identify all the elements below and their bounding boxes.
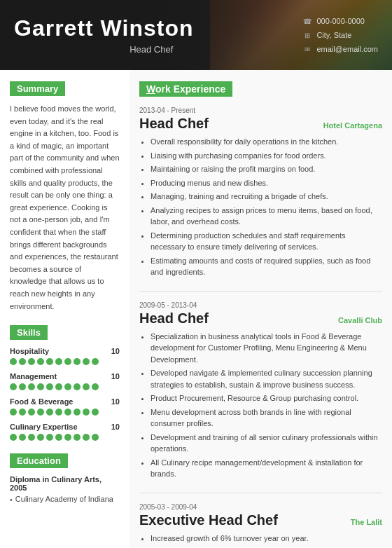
work-entries: 2013-04 - PresentHead ChefHotel Cartagen… (139, 107, 382, 548)
skills-section: Skills Hospitality10Management10Food & B… (10, 325, 120, 441)
contact-phone: ☎ 000-000-0000 (302, 16, 378, 26)
contact-location: ⊞ City, State (302, 30, 378, 40)
header: Garrett Winston Head Chef ☎ 000-000-0000… (0, 0, 392, 70)
work-entry: 2009-05 - 2013-04Head ChefCavalli ClubSp… (139, 301, 382, 480)
work-bullet-item: Overall responsibility for daily operati… (150, 136, 382, 148)
work-company: Hotel Cartagena (323, 121, 382, 130)
skill-dot (64, 358, 71, 365)
skill-dot (55, 358, 62, 365)
skill-header: Hospitality10 (10, 347, 120, 355)
email-value: email@email.com (316, 45, 378, 53)
skill-dot (10, 358, 17, 365)
work-bullet-item: Maintaining or raising the profit margin… (150, 163, 382, 175)
education-section: Education Diploma in Culinary Arts, 2005… (10, 453, 120, 504)
skill-dot (28, 409, 35, 416)
work-entry: 2013-04 - PresentHead ChefHotel Cartagen… (139, 107, 382, 278)
skill-name: Hospitality (10, 347, 49, 355)
right-column: Work Experience 2013-04 - PresentHead Ch… (130, 70, 392, 548)
skill-dot (46, 383, 53, 390)
skill-name: Management (10, 372, 57, 381)
skill-dot (37, 434, 44, 441)
work-title-row: Head ChefHotel Cartagena (139, 116, 382, 132)
skill-score: 10 (111, 372, 120, 381)
work-bullet-item: Developed navigate & implemented culinar… (150, 367, 382, 390)
summary-text: I believe food moves the world, even tod… (10, 103, 120, 313)
work-divider (139, 291, 382, 292)
skill-dot (92, 383, 99, 390)
skill-dot (19, 383, 26, 390)
work-w: W (146, 83, 155, 95)
skill-dots (10, 383, 120, 390)
skill-score: 10 (111, 347, 120, 355)
work-bullets: Overall responsibility for daily operati… (139, 136, 382, 278)
skill-header: Food & Beverage10 (10, 397, 120, 406)
location-icon: ⊞ (302, 30, 312, 40)
summary-heading: Summary (10, 81, 65, 96)
skill-dot (55, 434, 62, 441)
skill-dot (74, 409, 80, 416)
skill-item: Culinary Expertise10 (10, 423, 120, 441)
summary-section: Summary I believe food moves the world, … (10, 81, 120, 313)
work-bullets: Specialization in business analytical to… (139, 331, 382, 480)
skill-header: Management10 (10, 372, 120, 381)
skill-dot (83, 434, 90, 441)
skill-dot (28, 358, 35, 365)
skill-dot (46, 434, 53, 441)
work-bullet-item: Managing, training and recruiting a brig… (150, 191, 382, 203)
skill-dot (10, 383, 17, 390)
work-title-row: Head ChefCavalli Club (139, 310, 382, 327)
skills-heading: Skills (10, 325, 48, 340)
header-contact: ☎ 000-000-0000 ⊞ City, State ✉ email@ema… (302, 16, 378, 54)
work-date: 2005-03 - 2009-04 (139, 503, 382, 511)
candidate-name: Garrett Winston (14, 15, 288, 41)
work-entry: 2005-03 - 2009-04Executive Head ChefThe … (139, 503, 382, 549)
work-divider (139, 493, 382, 493)
skill-dot (10, 434, 17, 441)
main-content: Summary I believe food moves the world, … (0, 70, 392, 548)
school-name: Culinary Academy of Indiana (15, 495, 113, 503)
work-date: 2013-04 - Present (139, 107, 382, 114)
skill-dot (28, 383, 35, 390)
skill-score: 10 (111, 423, 120, 431)
education-heading: Education (10, 453, 68, 468)
skill-score: 10 (111, 397, 120, 406)
skill-header: Culinary Expertise10 (10, 423, 120, 431)
work-bullet-item: Estimating amounts and costs of required… (150, 255, 382, 278)
education-degree: Diploma in Culinary Arts, 2005 (10, 475, 120, 492)
email-icon: ✉ (302, 44, 312, 54)
work-bullet-item: Menu development across both brands in l… (150, 406, 382, 430)
skill-dot (64, 409, 71, 416)
education-school: • Culinary Academy of Indiana (10, 495, 120, 504)
bullet-icon: • (10, 495, 13, 504)
work-date: 2009-05 - 2013-04 (139, 301, 382, 309)
skill-dot (74, 434, 80, 441)
skill-dot (55, 383, 62, 390)
skill-name: Food & Beverage (10, 397, 73, 406)
skill-dot (64, 434, 71, 441)
skill-dot (64, 383, 71, 390)
work-bullet-item: Liaising with purchasing companies for f… (150, 150, 382, 162)
work-bullet-item: Determining production schedules and sta… (150, 230, 382, 253)
skill-dot (74, 383, 80, 390)
skill-item: Management10 (10, 372, 120, 390)
work-title: Head Chef (139, 116, 209, 132)
work-company: Cavalli Club (338, 316, 382, 324)
work-bullet-item: All Culinary recipe management/developme… (150, 457, 382, 480)
skill-dot (10, 409, 17, 416)
left-column: Summary I believe food moves the world, … (0, 70, 130, 548)
skill-dot (92, 409, 99, 416)
skill-dot (37, 409, 44, 416)
skill-item: Hospitality10 (10, 347, 120, 365)
work-bullet-item: Analyzing recipes to assign prices to me… (150, 205, 382, 228)
skills-list: Hospitality10Management10Food & Beverage… (10, 347, 120, 441)
skill-dot (37, 383, 44, 390)
skill-dot (28, 434, 35, 441)
work-bullet-item: Increased growth of 6% turnover year on … (150, 533, 382, 544)
skill-dot (46, 409, 53, 416)
work-bullet-item: Development and training of all senior c… (150, 432, 382, 455)
skill-dot (83, 409, 90, 416)
skill-item: Food & Beverage10 (10, 397, 120, 416)
work-bullet-item: Product Procurement, Resource & Group pu… (150, 392, 382, 404)
work-bullet-item: Specialization in business analytical to… (150, 331, 382, 366)
candidate-title: Head Chef (14, 44, 288, 55)
